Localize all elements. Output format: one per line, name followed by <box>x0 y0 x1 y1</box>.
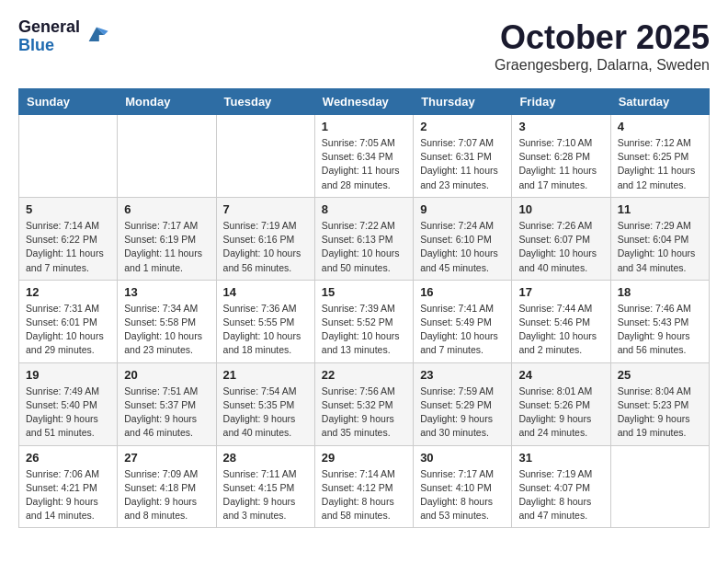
week-row-5: 26Sunrise: 7:06 AM Sunset: 4:21 PM Dayli… <box>19 445 710 528</box>
weekday-header-friday: Friday <box>512 89 610 115</box>
calendar-cell <box>216 115 314 198</box>
day-info: Sunrise: 7:12 AM Sunset: 6:25 PM Dayligh… <box>618 136 702 192</box>
day-info: Sunrise: 7:22 AM Sunset: 6:13 PM Dayligh… <box>322 219 406 275</box>
calendar-cell: 29Sunrise: 7:14 AM Sunset: 4:12 PM Dayli… <box>314 445 413 528</box>
day-info: Sunrise: 7:59 AM Sunset: 5:29 PM Dayligh… <box>420 385 505 441</box>
logo: General Blue <box>18 18 109 55</box>
day-info: Sunrise: 7:49 AM Sunset: 5:40 PM Dayligh… <box>26 385 110 441</box>
calendar-cell: 18Sunrise: 7:46 AM Sunset: 5:43 PM Dayli… <box>610 280 709 362</box>
day-number: 6 <box>124 202 209 216</box>
calendar-cell: 8Sunrise: 7:22 AM Sunset: 6:13 PM Daylig… <box>314 197 413 280</box>
weekday-header-row: SundayMondayTuesdayWednesdayThursdayFrid… <box>19 89 710 115</box>
calendar-cell: 26Sunrise: 7:06 AM Sunset: 4:21 PM Dayli… <box>19 445 118 528</box>
day-info: Sunrise: 7:09 AM Sunset: 4:18 PM Dayligh… <box>124 467 209 523</box>
day-number: 18 <box>618 285 702 299</box>
day-number: 26 <box>26 451 110 465</box>
calendar-cell: 27Sunrise: 7:09 AM Sunset: 4:18 PM Dayli… <box>118 445 216 528</box>
calendar-cell: 20Sunrise: 7:51 AM Sunset: 5:37 PM Dayli… <box>118 362 216 445</box>
month-title: October 2025 <box>495 18 710 57</box>
week-row-2: 5Sunrise: 7:14 AM Sunset: 6:22 PM Daylig… <box>19 197 710 280</box>
day-number: 30 <box>420 451 505 465</box>
weekday-header-thursday: Thursday <box>414 89 512 115</box>
week-row-3: 12Sunrise: 7:31 AM Sunset: 6:01 PM Dayli… <box>19 280 710 362</box>
day-number: 9 <box>420 202 505 216</box>
calendar-cell: 2Sunrise: 7:07 AM Sunset: 6:31 PM Daylig… <box>414 115 512 198</box>
calendar-cell: 22Sunrise: 7:56 AM Sunset: 5:32 PM Dayli… <box>314 362 413 445</box>
day-number: 29 <box>322 451 406 465</box>
week-row-4: 19Sunrise: 7:49 AM Sunset: 5:40 PM Dayli… <box>19 362 710 445</box>
day-info: Sunrise: 7:56 AM Sunset: 5:32 PM Dayligh… <box>322 385 406 441</box>
day-info: Sunrise: 7:10 AM Sunset: 6:28 PM Dayligh… <box>518 136 603 192</box>
calendar-cell: 11Sunrise: 7:29 AM Sunset: 6:04 PM Dayli… <box>610 197 709 280</box>
calendar-cell: 31Sunrise: 7:19 AM Sunset: 4:07 PM Dayli… <box>512 445 610 528</box>
day-number: 8 <box>322 202 406 216</box>
calendar-cell: 25Sunrise: 8:04 AM Sunset: 5:23 PM Dayli… <box>610 362 709 445</box>
calendar-cell: 3Sunrise: 7:10 AM Sunset: 6:28 PM Daylig… <box>512 115 610 198</box>
day-number: 17 <box>518 285 603 299</box>
day-info: Sunrise: 7:41 AM Sunset: 5:49 PM Dayligh… <box>420 302 505 358</box>
calendar-cell: 12Sunrise: 7:31 AM Sunset: 6:01 PM Dayli… <box>19 280 118 362</box>
calendar-cell: 24Sunrise: 8:01 AM Sunset: 5:26 PM Dayli… <box>512 362 610 445</box>
day-number: 5 <box>26 202 110 216</box>
title-block: October 2025 Graengesberg, Dalarna, Swed… <box>495 18 710 74</box>
calendar-cell: 21Sunrise: 7:54 AM Sunset: 5:35 PM Dayli… <box>216 362 314 445</box>
day-number: 22 <box>322 368 406 382</box>
day-info: Sunrise: 8:04 AM Sunset: 5:23 PM Dayligh… <box>618 385 702 441</box>
day-number: 4 <box>618 120 702 133</box>
day-info: Sunrise: 7:36 AM Sunset: 5:55 PM Dayligh… <box>223 302 308 358</box>
calendar-cell <box>19 115 118 198</box>
day-info: Sunrise: 7:17 AM Sunset: 4:10 PM Dayligh… <box>420 467 505 523</box>
calendar-cell: 9Sunrise: 7:24 AM Sunset: 6:10 PM Daylig… <box>414 197 512 280</box>
calendar-cell: 16Sunrise: 7:41 AM Sunset: 5:49 PM Dayli… <box>414 280 512 362</box>
day-number: 21 <box>223 368 308 382</box>
day-number: 2 <box>420 120 505 133</box>
logo-general-text: General <box>18 18 80 37</box>
weekday-header-monday: Monday <box>118 89 216 115</box>
day-number: 15 <box>322 285 406 299</box>
day-info: Sunrise: 7:11 AM Sunset: 4:15 PM Dayligh… <box>223 467 308 523</box>
logo-blue-text: Blue <box>18 37 80 55</box>
calendar-cell: 7Sunrise: 7:19 AM Sunset: 6:16 PM Daylig… <box>216 197 314 280</box>
day-info: Sunrise: 7:19 AM Sunset: 6:16 PM Dayligh… <box>223 219 308 275</box>
location: Graengesberg, Dalarna, Sweden <box>495 57 710 74</box>
day-number: 14 <box>223 285 308 299</box>
calendar-cell <box>118 115 216 198</box>
calendar-table: SundayMondayTuesdayWednesdayThursdayFrid… <box>18 88 710 528</box>
calendar-cell: 13Sunrise: 7:34 AM Sunset: 5:58 PM Dayli… <box>118 280 216 362</box>
day-number: 20 <box>124 368 209 382</box>
day-info: Sunrise: 7:29 AM Sunset: 6:04 PM Dayligh… <box>618 219 702 275</box>
day-number: 28 <box>223 451 308 465</box>
day-info: Sunrise: 7:19 AM Sunset: 4:07 PM Dayligh… <box>518 467 603 523</box>
calendar-cell: 15Sunrise: 7:39 AM Sunset: 5:52 PM Dayli… <box>314 280 413 362</box>
calendar-cell: 1Sunrise: 7:05 AM Sunset: 6:34 PM Daylig… <box>314 115 413 198</box>
day-info: Sunrise: 7:31 AM Sunset: 6:01 PM Dayligh… <box>26 302 110 358</box>
day-number: 10 <box>518 202 603 216</box>
day-info: Sunrise: 7:44 AM Sunset: 5:46 PM Dayligh… <box>518 302 603 358</box>
logo-icon <box>84 22 109 48</box>
day-info: Sunrise: 7:26 AM Sunset: 6:07 PM Dayligh… <box>518 219 603 275</box>
calendar-cell <box>610 445 709 528</box>
day-number: 7 <box>223 202 308 216</box>
calendar-cell: 23Sunrise: 7:59 AM Sunset: 5:29 PM Dayli… <box>414 362 512 445</box>
page-header: General Blue October 2025 Graengesberg, … <box>18 18 710 74</box>
day-number: 13 <box>124 285 209 299</box>
calendar-cell: 10Sunrise: 7:26 AM Sunset: 6:07 PM Dayli… <box>512 197 610 280</box>
calendar-cell: 14Sunrise: 7:36 AM Sunset: 5:55 PM Dayli… <box>216 280 314 362</box>
day-info: Sunrise: 7:46 AM Sunset: 5:43 PM Dayligh… <box>618 302 702 358</box>
weekday-header-tuesday: Tuesday <box>216 89 314 115</box>
day-info: Sunrise: 7:24 AM Sunset: 6:10 PM Dayligh… <box>420 219 505 275</box>
day-number: 27 <box>124 451 209 465</box>
calendar-cell: 6Sunrise: 7:17 AM Sunset: 6:19 PM Daylig… <box>118 197 216 280</box>
day-number: 16 <box>420 285 505 299</box>
calendar-cell: 19Sunrise: 7:49 AM Sunset: 5:40 PM Dayli… <box>19 362 118 445</box>
day-info: Sunrise: 7:14 AM Sunset: 4:12 PM Dayligh… <box>322 467 406 523</box>
day-info: Sunrise: 7:05 AM Sunset: 6:34 PM Dayligh… <box>322 136 406 192</box>
day-number: 23 <box>420 368 505 382</box>
day-info: Sunrise: 7:17 AM Sunset: 6:19 PM Dayligh… <box>124 219 209 275</box>
day-number: 12 <box>26 285 110 299</box>
day-number: 24 <box>518 368 603 382</box>
day-info: Sunrise: 7:34 AM Sunset: 5:58 PM Dayligh… <box>124 302 209 358</box>
day-info: Sunrise: 8:01 AM Sunset: 5:26 PM Dayligh… <box>518 385 603 441</box>
day-number: 11 <box>618 202 702 216</box>
day-info: Sunrise: 7:14 AM Sunset: 6:22 PM Dayligh… <box>26 219 110 275</box>
